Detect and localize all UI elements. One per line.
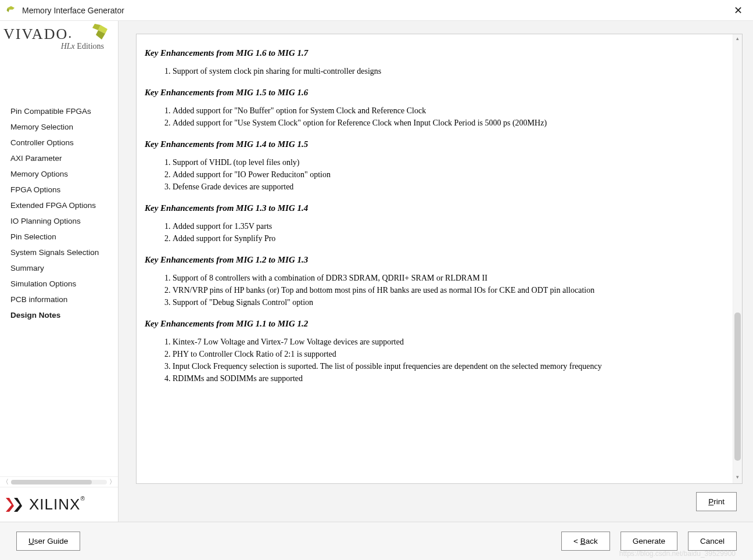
list-item: Defense Grade devices are supported (173, 181, 726, 193)
nav-list: Pin Compatible FPGAsMemory SelectionCont… (0, 69, 118, 476)
vertical-scrollbar[interactable]: ▴ ▾ (733, 34, 742, 483)
scroll-up-icon[interactable]: ▴ (733, 35, 742, 44)
section-heading: Key Enhancements from MIG 1.1 to MIG 1.2 (145, 319, 726, 329)
print-button[interactable]: Print (696, 492, 737, 511)
close-icon[interactable]: ✕ (729, 4, 747, 17)
logo-area: VIVADO. HLx Editions (0, 21, 118, 69)
bottom-bar: User Guide < Back Generate Cancel https:… (0, 522, 753, 560)
section-heading: Key Enhancements from MIG 1.2 to MIG 1.3 (145, 255, 726, 265)
list-item: RDIMMs and SODIMMs are supported (173, 372, 726, 385)
list-item: Kintex-7 Low Voltage and Virtex-7 Low Vo… (173, 336, 726, 348)
section-heading: Key Enhancements from MIG 1.6 to MIG 1.7 (145, 48, 726, 58)
nav-item-controller-options[interactable]: Controller Options (0, 135, 118, 150)
nav-item-axi-parameter[interactable]: AXI Parameter (0, 150, 118, 166)
titlebar: Memory Interface Generator ✕ (0, 0, 753, 21)
back-button[interactable]: < Back (561, 532, 610, 551)
content-column: Key Enhancements from MIG 1.6 to MIG 1.7… (119, 21, 753, 522)
list-item: Support of "Debug Signals Control" optio… (173, 296, 726, 308)
nav-item-pcb-information[interactable]: PCB information (0, 292, 118, 307)
xilinx-logo-row: XILINX® (0, 487, 118, 522)
window-title: Memory Interface Generator (22, 6, 729, 15)
scroll-thumb-vertical[interactable] (734, 313, 741, 461)
list-item: Added support for "No Buffer" option for… (173, 105, 726, 117)
list-item: PHY to Controller Clock Ratio of 2:1 is … (173, 348, 726, 360)
content-panel: Key Enhancements from MIG 1.6 to MIG 1.7… (136, 34, 743, 484)
nav-item-simulation-options[interactable]: Simulation Options (0, 276, 118, 292)
nav-item-memory-options[interactable]: Memory Options (0, 166, 118, 182)
sidebar: VIVADO. HLx Editions Pin Compatible FPGA… (0, 21, 119, 522)
nav-item-pin-selection[interactable]: Pin Selection (0, 229, 118, 245)
list-item: VRN/VRP pins of HP banks (or) Top and bo… (173, 284, 726, 296)
nav-item-io-planning-options[interactable]: IO Planning Options (0, 213, 118, 229)
nav-item-fpga-options[interactable]: FPGA Options (0, 182, 118, 198)
section-list: Added support for 1.35V partsAdded suppo… (145, 220, 726, 245)
scroll-right-icon[interactable]: 〉 (108, 478, 117, 486)
nav-item-system-signals-selection[interactable]: System Signals Selection (0, 245, 118, 260)
nav-item-memory-selection[interactable]: Memory Selection (0, 119, 118, 135)
list-item: Support of VHDL (top level files only) (173, 156, 726, 168)
design-notes-document: Key Enhancements from MIG 1.6 to MIG 1.7… (137, 34, 733, 483)
section-heading: Key Enhancements from MIG 1.5 to MIG 1.6 (145, 88, 726, 98)
section-heading: Key Enhancements from MIG 1.4 to MIG 1.5 (145, 139, 726, 149)
list-item: Input Clock Frequency selection is supor… (173, 360, 726, 372)
sidebar-horizontal-scrollbar[interactable]: 〈 〉 (0, 476, 118, 487)
list-item: Added support for "Use System Clock" opt… (173, 117, 726, 129)
logo-text: VIVADO (3, 26, 68, 42)
section-list: Support of 8 controllers with a combinat… (145, 272, 726, 308)
scroll-thumb[interactable] (11, 480, 92, 484)
section-list: Support of VHDL (top level files only)Ad… (145, 156, 726, 193)
nav-item-pin-compatible-fpgas[interactable]: Pin Compatible FPGAs (0, 103, 118, 119)
nav-item-summary[interactable]: Summary (0, 260, 118, 276)
xilinx-logo-text: XILINX® (29, 496, 85, 514)
scroll-track[interactable] (11, 480, 107, 484)
scroll-down-icon[interactable]: ▾ (733, 474, 742, 482)
list-item: Support of 8 controllers with a combinat… (173, 272, 726, 284)
watermark-text: https://blog.csdn.net/baidu_39529900 (619, 550, 736, 558)
user-guide-button[interactable]: User Guide (16, 532, 80, 551)
list-item: Added support for "IO Power Reduciton" o… (173, 168, 726, 181)
nav-item-design-notes[interactable]: Design Notes (0, 307, 118, 323)
section-list: Kintex-7 Low Voltage and Virtex-7 Low Vo… (145, 336, 726, 385)
vivado-logo: VIVADO. (3, 26, 73, 42)
scroll-left-icon[interactable]: 〈 (1, 478, 10, 486)
section-list: Support of system clock pin sharing for … (145, 65, 726, 77)
list-item: Added support for Synplify Pro (173, 232, 726, 245)
xilinx-logo-icon (3, 494, 24, 515)
nav-item-extended-fpga-options[interactable]: Extended FPGA Options (0, 198, 118, 213)
section-list: Added support for "No Buffer" option for… (145, 105, 726, 129)
list-item: Added support for 1.35V parts (173, 220, 726, 232)
vivado-logo-icon (89, 22, 112, 45)
section-heading: Key Enhancements from MIG 1.3 to MIG 1.4 (145, 203, 726, 213)
generate-button[interactable]: Generate (621, 532, 677, 551)
cancel-button[interactable]: Cancel (688, 532, 737, 551)
app-icon (6, 5, 16, 16)
list-item: Support of system clock pin sharing for … (173, 65, 726, 77)
